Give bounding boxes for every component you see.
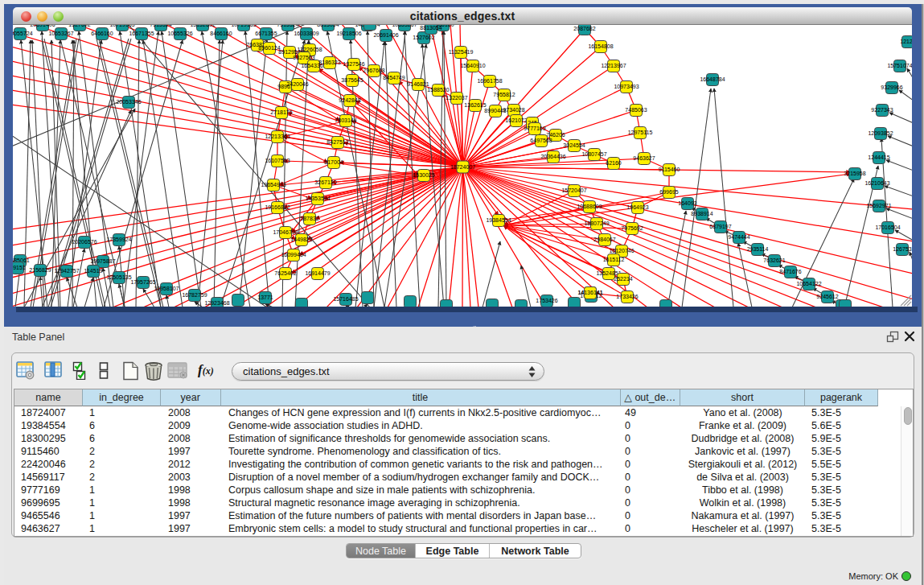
svg-text:1964923: 1964923 xyxy=(626,204,648,210)
svg-text:16107553: 16107553 xyxy=(265,158,290,163)
svg-text:2156829: 2156829 xyxy=(29,267,51,273)
svg-text:1588520: 1588520 xyxy=(427,87,449,93)
svg-text:7485063: 7485063 xyxy=(625,107,647,113)
svg-text:7975692: 7975692 xyxy=(621,225,643,231)
svg-text:12125: 12125 xyxy=(900,39,912,44)
svg-text:2420046: 2420046 xyxy=(286,81,308,87)
svg-text:3267130: 3267130 xyxy=(314,179,336,185)
svg-text:16210643: 16210643 xyxy=(864,180,889,186)
svg-text:18724007: 18724007 xyxy=(450,164,475,170)
svg-text:10719185: 10719185 xyxy=(231,25,256,27)
svg-text:16648784: 16648784 xyxy=(700,76,725,82)
svg-text:12975115: 12975115 xyxy=(628,130,653,135)
svg-text:16914479: 16914479 xyxy=(305,270,330,276)
svg-text:17016504: 17016504 xyxy=(875,225,900,230)
svg-text:1753426: 1753426 xyxy=(536,298,557,303)
svg-text:8427512: 8427512 xyxy=(326,139,348,145)
svg-text:10973493: 10973493 xyxy=(614,84,639,89)
svg-text:17046798: 17046798 xyxy=(273,229,298,235)
svg-text:2087682: 2087682 xyxy=(573,26,595,31)
svg-text:13771: 13771 xyxy=(257,295,273,300)
svg-text:1527602: 1527602 xyxy=(68,25,90,27)
svg-text:8186323: 8186323 xyxy=(318,60,340,65)
svg-text:6879197: 6879197 xyxy=(709,224,731,229)
svg-text:12093852: 12093852 xyxy=(868,130,893,136)
svg-text:1449822: 1449822 xyxy=(290,237,312,242)
svg-text:3024554: 3024554 xyxy=(563,142,585,148)
svg-text:1621072: 1621072 xyxy=(505,117,527,123)
svg-text:9777169: 9777169 xyxy=(524,126,545,131)
svg-text:10653267: 10653267 xyxy=(392,25,417,27)
svg-text:10807457: 10807457 xyxy=(581,151,606,157)
svg-text:3215958: 3215958 xyxy=(844,171,865,176)
svg-text:11325419: 11325419 xyxy=(449,49,474,55)
svg-text:9245612: 9245612 xyxy=(816,294,838,299)
svg-text:9463627: 9463627 xyxy=(633,155,655,161)
svg-text:39151: 39151 xyxy=(13,265,26,270)
svg-text:699695: 699695 xyxy=(659,189,678,195)
svg-text:114519: 114519 xyxy=(84,268,103,274)
svg-text:9146821: 9146821 xyxy=(407,81,429,87)
svg-text:14055724: 14055724 xyxy=(13,31,33,36)
svg-text:2984067: 2984067 xyxy=(593,237,615,242)
svg-text:1362615: 1362615 xyxy=(464,102,486,108)
svg-text:8471676: 8471676 xyxy=(779,269,801,274)
svg-text:16120746: 16120746 xyxy=(609,248,634,253)
svg-text:16782759: 16782759 xyxy=(182,292,207,298)
svg-text:12213967: 12213967 xyxy=(601,63,626,68)
svg-text:8960124: 8960124 xyxy=(258,45,280,51)
svg-text:19654933: 19654933 xyxy=(261,182,285,187)
svg-text:14353594: 14353594 xyxy=(305,196,330,201)
svg-text:817004: 817004 xyxy=(324,159,343,165)
svg-text:7803144: 7803144 xyxy=(335,117,356,123)
svg-text:8813054: 8813054 xyxy=(317,25,339,27)
svg-text:19166822: 19166822 xyxy=(265,204,290,210)
svg-text:19384554: 19384554 xyxy=(486,217,511,223)
svg-text:10688609: 10688609 xyxy=(577,204,602,209)
svg-text:16671355: 16671355 xyxy=(129,31,154,36)
svg-text:1530025: 1530025 xyxy=(413,172,434,178)
svg-text:15720407: 15720407 xyxy=(561,187,586,193)
svg-text:18807249: 18807249 xyxy=(584,220,609,226)
svg-text:8454749: 8454749 xyxy=(383,75,405,80)
svg-text:587832: 587832 xyxy=(300,216,318,221)
svg-text:12923468: 12923468 xyxy=(204,300,229,306)
svg-text:17957265: 17957265 xyxy=(130,279,155,285)
svg-text:7515524: 7515524 xyxy=(150,25,171,27)
svg-text:126753: 126753 xyxy=(893,246,911,252)
svg-text:16099484: 16099484 xyxy=(281,252,306,257)
svg-text:1615112: 1615112 xyxy=(603,257,625,262)
svg-text:10655326: 10655326 xyxy=(167,31,192,36)
svg-text:16154808: 16154808 xyxy=(588,43,613,49)
svg-text:15751074: 15751074 xyxy=(887,63,912,68)
svg-text:7515524: 7515524 xyxy=(277,25,298,27)
svg-text:6466160: 6466160 xyxy=(91,31,113,36)
svg-text:9329966: 9329966 xyxy=(881,84,902,90)
svg-text:10958107: 10958107 xyxy=(154,286,179,291)
svg-text:746206: 746206 xyxy=(546,132,565,138)
svg-text:62160: 62160 xyxy=(606,160,622,166)
svg-text:1322037: 1322037 xyxy=(446,95,467,101)
svg-text:164093: 164093 xyxy=(678,200,696,206)
svg-text:20691406: 20691406 xyxy=(30,25,55,27)
svg-text:7632621: 7632621 xyxy=(763,257,785,263)
svg-text:20206576: 20206576 xyxy=(72,239,97,245)
svg-text:9734028: 9734028 xyxy=(503,107,524,113)
svg-text:1244415: 1244415 xyxy=(868,154,889,160)
svg-text:8813054: 8813054 xyxy=(420,25,441,31)
svg-text:8466160: 8466160 xyxy=(210,31,232,36)
svg-text:12505135: 12505135 xyxy=(106,274,131,280)
svg-text:6497568: 6497568 xyxy=(530,138,552,143)
svg-text:15640910: 15640910 xyxy=(460,63,485,68)
svg-text:9115460: 9115460 xyxy=(659,167,680,172)
svg-text:9227343: 9227343 xyxy=(871,107,893,113)
svg-text:39975887: 39975887 xyxy=(90,258,115,264)
svg-text:7625402: 7625402 xyxy=(274,270,296,276)
svg-text:10719185: 10719185 xyxy=(109,25,134,27)
svg-text:20053346: 20053346 xyxy=(116,99,141,105)
svg-text:1733426: 1733426 xyxy=(616,294,638,299)
svg-text:2718176: 2718176 xyxy=(270,109,292,115)
svg-text:14136141: 14136141 xyxy=(577,290,602,295)
svg-text:2967608: 2967608 xyxy=(363,68,384,73)
svg-text:252214: 252214 xyxy=(614,276,632,282)
